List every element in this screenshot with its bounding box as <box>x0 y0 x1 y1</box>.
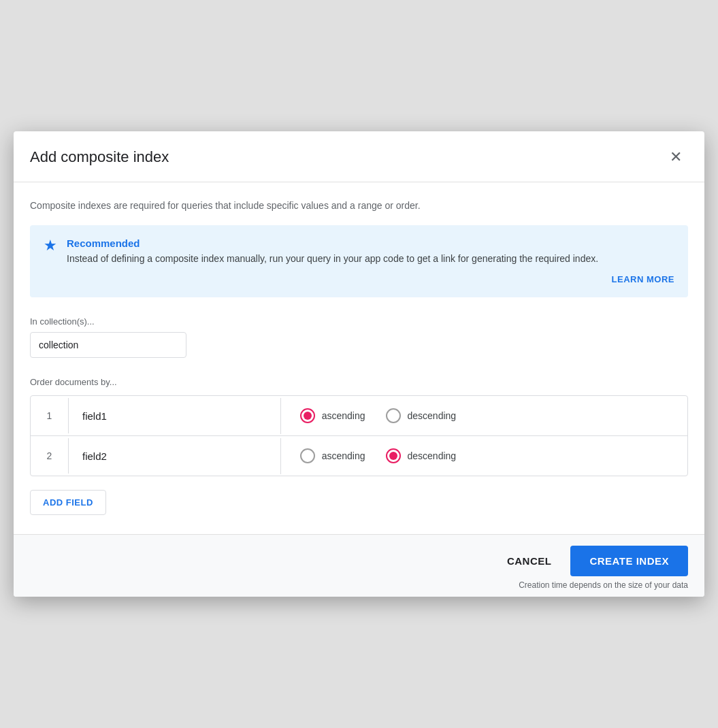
field-options-2: ascending descending <box>281 436 687 476</box>
ascending-option-1[interactable]: ascending <box>300 408 365 423</box>
add-composite-index-dialog: Add composite index ✕ Composite indexes … <box>14 131 704 597</box>
learn-more-row: LEARN MORE <box>44 273 674 285</box>
collection-input[interactable] <box>30 332 186 358</box>
field-number-1: 1 <box>31 398 69 433</box>
field-name-1: field1 <box>69 398 281 434</box>
table-row: 1 field1 ascending descending <box>31 396 687 436</box>
close-icon: ✕ <box>670 148 682 166</box>
descending-radio-2[interactable] <box>386 448 401 463</box>
fields-table: 1 field1 ascending descending <box>30 395 688 476</box>
info-box-content: Recommended Instead of defining a compos… <box>67 237 674 266</box>
field-number-2: 2 <box>31 438 69 474</box>
descending-label-2: descending <box>408 450 457 461</box>
order-section: Order documents by... 1 field1 ascending <box>30 377 688 520</box>
info-box: ★ Recommended Instead of defining a comp… <box>30 225 688 297</box>
order-label: Order documents by... <box>30 377 688 387</box>
descending-option-1[interactable]: descending <box>386 408 457 423</box>
cancel-button[interactable]: CANCEL <box>488 546 571 576</box>
subtitle-text: Composite indexes are required for queri… <box>30 199 688 213</box>
collection-section: In collection(s)... <box>30 316 688 377</box>
descending-label-1: descending <box>408 410 457 421</box>
field-name-2: field2 <box>69 438 281 474</box>
collection-label: In collection(s)... <box>30 316 688 327</box>
table-row: 2 field2 ascending descending <box>31 436 687 476</box>
dialog-footer: CANCEL CREATE INDEX Creation time depend… <box>14 534 704 597</box>
info-box-text: Instead of defining a composite index ma… <box>67 252 674 266</box>
dialog-body: Composite indexes are required for queri… <box>14 182 704 534</box>
ascending-radio-1[interactable] <box>300 408 315 423</box>
ascending-radio-2[interactable] <box>300 448 315 463</box>
descending-radio-1[interactable] <box>386 408 401 423</box>
field-options-1: ascending descending <box>281 396 687 435</box>
descending-radio-inner-2 <box>389 452 397 460</box>
descending-option-2[interactable]: descending <box>386 448 457 463</box>
dialog-header: Add composite index ✕ <box>14 131 704 182</box>
dialog-title: Add composite index <box>30 148 169 166</box>
footer-hint: Creation time depends on the size of you… <box>519 580 688 590</box>
footer-buttons: CANCEL CREATE INDEX <box>488 546 688 576</box>
learn-more-link[interactable]: LEARN MORE <box>612 274 674 284</box>
close-button[interactable]: ✕ <box>664 145 688 169</box>
ascending-label-1: ascending <box>322 410 365 421</box>
recommended-label: Recommended <box>67 237 674 249</box>
ascending-radio-inner-1 <box>304 412 312 420</box>
ascending-option-2[interactable]: ascending <box>300 448 365 463</box>
star-icon: ★ <box>44 238 57 253</box>
info-box-top: ★ Recommended Instead of defining a comp… <box>44 237 674 266</box>
add-field-button[interactable]: ADD FIELD <box>30 490 106 515</box>
create-index-button[interactable]: CREATE INDEX <box>570 546 688 576</box>
ascending-label-2: ascending <box>322 450 365 461</box>
